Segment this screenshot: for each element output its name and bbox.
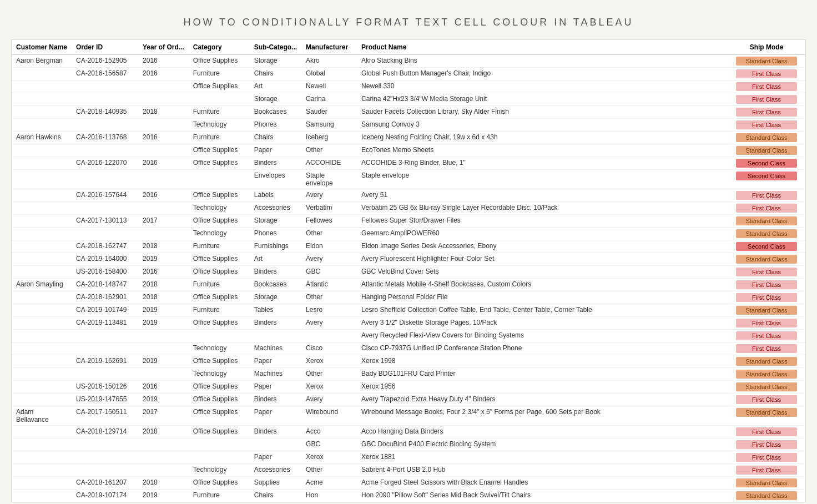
table-row: US-2019-1476552019Office SuppliesBinders… (12, 394, 805, 406)
cell-subcat: Storage (250, 291, 301, 304)
cell-subcat: Paper (250, 355, 301, 368)
ship-mode-badge: Standard Class (736, 491, 797, 500)
cell-year: 2019 (138, 317, 189, 330)
cell-ship-mode: Standard Class (728, 55, 805, 68)
cell-mfr: Xerox (301, 355, 357, 368)
cell-product: Avery Trapezoid Extra Heavy Duty 4" Bind… (357, 394, 728, 406)
cell-customer (12, 144, 72, 157)
cell-mfr: Other (301, 144, 357, 157)
cell-customer (12, 426, 72, 439)
cell-product: Acco Hanging Data Binders (357, 426, 728, 439)
cell-customer (12, 291, 72, 304)
cell-customer (12, 439, 72, 451)
cell-product: Avery Recycled Flexi-View Covers for Bin… (357, 330, 728, 342)
cell-ship-mode: First Class (728, 317, 805, 330)
cell-mfr: Hon (301, 490, 357, 502)
cell-mfr: Samsung (301, 119, 357, 132)
col-header-category: Category (189, 40, 250, 55)
cell-ship-mode: Standard Class (728, 490, 805, 502)
cell-customer (12, 490, 72, 502)
table-body: Aaron BergmanCA-2016-1529052016Office Su… (12, 55, 805, 502)
cell-category: Technology (189, 119, 250, 132)
cell-order-id (72, 439, 138, 451)
cell-customer (12, 451, 72, 464)
main-table-container: Customer Name Order ID Year of Ord... Ca… (11, 39, 806, 502)
cell-category: Technology (189, 228, 250, 240)
cell-ship-mode: First Class (728, 93, 805, 106)
cell-ship-mode: Standard Class (728, 406, 805, 426)
table-row: CA-2019-1626912019Office SuppliesPaperXe… (12, 355, 805, 368)
table-row: CA-2018-1409352018FurnitureBookcasesSaud… (12, 106, 805, 119)
ship-mode-badge: Standard Class (736, 146, 797, 155)
table-row: CA-2016-1565872016FurnitureChairsGlobalG… (12, 68, 805, 80)
cell-product: Lesro Sheffield Collection Coffee Table,… (357, 304, 728, 317)
table-header-row: Customer Name Order ID Year of Ord... Ca… (12, 40, 805, 55)
cell-year: 2019 (138, 355, 189, 368)
cell-subcat: Furnishings (250, 240, 301, 253)
cell-product: Hon 2090 "Pillow Soft" Series Mid Back S… (357, 490, 728, 502)
cell-ship-mode: First Class (728, 291, 805, 304)
cell-customer (12, 189, 72, 202)
cell-ship-mode: Standard Class (728, 144, 805, 157)
cell-year: 2016 (138, 266, 189, 279)
cell-order-id: CA-2018-140935 (72, 106, 138, 119)
ship-mode-badge: First Class (736, 191, 797, 200)
cell-customer (12, 202, 72, 215)
cell-year (138, 464, 189, 477)
cell-subcat: Paper (250, 381, 301, 394)
cell-mfr: Wirebound (301, 406, 357, 426)
cell-category: Office Supplies (189, 426, 250, 439)
cell-customer (12, 93, 72, 106)
cell-ship-mode: Standard Class (728, 132, 805, 144)
cell-year: 2016 (138, 381, 189, 394)
cell-order-id: CA-2019-101749 (72, 304, 138, 317)
cell-ship-mode: First Class (728, 202, 805, 215)
cell-category: Office Supplies (189, 80, 250, 93)
cell-order-id: CA-2016-113768 (72, 132, 138, 144)
cell-order-id: CA-2016-157644 (72, 189, 138, 202)
cell-product: Bady BDG101FRU Card Printer (357, 368, 728, 381)
table-row: Avery Recycled Flexi-View Covers for Bin… (12, 330, 805, 342)
cell-category: Furniture (189, 304, 250, 317)
ship-mode-badge: Standard Class (736, 478, 797, 487)
cell-subcat: Chairs (250, 132, 301, 144)
cell-subcat: Tables (250, 304, 301, 317)
cell-order-id (72, 119, 138, 132)
ship-mode-badge: First Class (736, 453, 797, 462)
cell-subcat: Storage (250, 55, 301, 68)
cell-category: Office Supplies (189, 144, 250, 157)
cell-category (189, 439, 250, 451)
cell-ship-mode: First Class (728, 342, 805, 355)
cell-ship-mode: First Class (728, 426, 805, 439)
cell-subcat: Art (250, 253, 301, 266)
ship-mode-badge: Standard Class (736, 306, 797, 315)
cell-mfr: Verbatim (301, 202, 357, 215)
cell-customer (12, 317, 72, 330)
cell-category: Furniture (189, 106, 250, 119)
table-row: US-2016-1584002016Office SuppliesBinders… (12, 266, 805, 279)
cell-product: Xerox 1881 (357, 451, 728, 464)
cell-year: 2018 (138, 477, 189, 490)
cell-order-id: CA-2018-161207 (72, 477, 138, 490)
cell-ship-mode: First Class (728, 266, 805, 279)
ship-mode-badge: First Class (736, 280, 797, 289)
cell-year (138, 144, 189, 157)
cell-subcat: Binders (250, 266, 301, 279)
ship-mode-badge: Standard Class (736, 216, 797, 225)
cell-subcat: Storage (250, 215, 301, 228)
cell-subcat: Art (250, 80, 301, 93)
cell-category: Office Supplies (189, 317, 250, 330)
cell-year: 2016 (138, 55, 189, 68)
ship-mode-badge: First Class (736, 293, 797, 302)
cell-product: Eldon Image Series Desk Accessories, Ebo… (357, 240, 728, 253)
cell-subcat: Bookcases (250, 106, 301, 119)
cell-product: Staple envelope (357, 170, 728, 189)
cell-product: Xerox 1956 (357, 381, 728, 394)
table-row: CA-2016-1576442016Office SuppliesLabelsA… (12, 189, 805, 202)
col-header-mfr: Manufacturer (301, 40, 357, 55)
cell-order-id: CA-2017-150511 (72, 406, 138, 426)
cell-customer: Aaron Bergman (12, 55, 72, 68)
cell-ship-mode: Standard Class (728, 355, 805, 368)
cell-ship-mode: Standard Class (728, 228, 805, 240)
cell-mfr: Newell (301, 80, 357, 93)
